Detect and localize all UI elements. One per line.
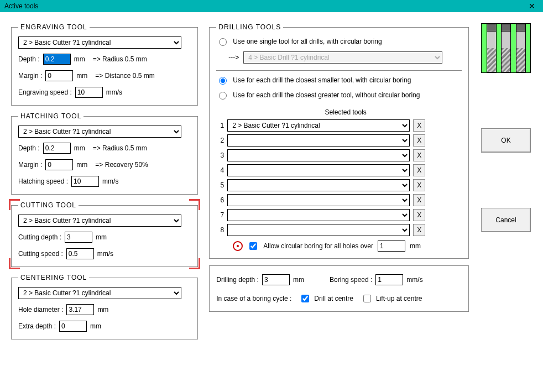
selected-tool-row: 4X	[216, 164, 462, 176]
hatching-margin-label: Margin :	[18, 161, 42, 169]
selected-tool-select-1[interactable]: 2 > Basic Cutter ?1 cylindrical	[227, 119, 410, 132]
lift-up-label: Lift-up at centre	[376, 295, 422, 302]
cutting-legend: CUTTING TOOL	[18, 201, 79, 209]
selected-tool-select-2[interactable]	[227, 134, 410, 147]
selected-tool-row: 12 > Basic Cutter ?1 cylindricalX	[216, 119, 462, 132]
row-number: 2	[216, 137, 224, 144]
selected-tool-row: 2X	[216, 134, 462, 147]
drilling-option-smaller-radio[interactable]	[219, 77, 227, 85]
unit-label: mm/s	[106, 88, 122, 96]
drilling-single-tool-select: 4 > Basic Drill ?1 cylindrical	[243, 51, 442, 64]
clear-tool-button-8[interactable]: X	[413, 224, 425, 236]
clear-tool-button-2[interactable]: X	[413, 134, 425, 147]
row-number: 4	[216, 166, 224, 174]
selected-tool-row: 7X	[216, 209, 462, 221]
clear-tool-button-3[interactable]: X	[413, 149, 425, 161]
ok-button[interactable]: OK	[481, 128, 531, 153]
cutting-depth-input[interactable]	[65, 232, 92, 243]
row-number: 3	[216, 151, 224, 159]
engraving-tool-select[interactable]: 2 > Basic Cutter ?1 cylindrical	[18, 36, 181, 49]
unit-label: mm	[410, 242, 421, 250]
allow-boring-input[interactable]	[378, 241, 405, 252]
hatching-margin-info: => Recovery 50%	[95, 161, 148, 169]
unit-label: mm/s	[97, 250, 113, 258]
lift-up-checkbox[interactable]	[363, 295, 371, 302]
hatching-depth-input[interactable]	[43, 143, 71, 154]
row-number: 1	[216, 122, 224, 129]
selected-tool-select-6[interactable]	[227, 194, 410, 206]
cutting-depth-label: Cutting depth :	[18, 233, 61, 241]
clear-tool-button-5[interactable]: X	[413, 179, 425, 191]
clear-tool-button-7[interactable]: X	[413, 209, 425, 221]
selected-tools-header: Selected tools	[229, 108, 462, 116]
drilling-group: DRILLING TOOLS Use one single tool for a…	[209, 23, 469, 259]
drilling-params-group: Drilling depth : mm Boring speed : mm/s …	[209, 265, 469, 312]
selected-tool-select-4[interactable]	[227, 164, 410, 176]
drill-at-centre-checkbox[interactable]	[301, 295, 309, 302]
drill-at-centre-label: Drill at centre	[314, 295, 353, 302]
hatching-speed-label: Hatching speed :	[18, 177, 68, 185]
engraving-speed-input[interactable]	[75, 87, 103, 98]
drill-bits-icon	[481, 23, 531, 73]
engraving-depth-input[interactable]	[43, 54, 71, 65]
unit-label: mm	[96, 233, 107, 241]
centering-group: CENTERING TOOL 2 > Basic Cutter ?1 cylin…	[11, 274, 198, 339]
selected-tool-select-8[interactable]	[227, 224, 410, 236]
drilling-option-single-label: Use one single tool for all drills, with…	[233, 38, 382, 45]
window-title: Active tools	[4, 2, 38, 10]
drilling-legend: DRILLING TOOLS	[216, 23, 283, 31]
hatching-margin-input[interactable]	[45, 159, 73, 170]
cutting-tool-select[interactable]: 2 > Basic Cutter ?1 cylindrical	[18, 215, 181, 227]
hatching-speed-input[interactable]	[71, 176, 99, 187]
engraving-group: ENGRAVING TOOL 2 > Basic Cutter ?1 cylin…	[11, 23, 198, 106]
selected-tool-select-5[interactable]	[227, 179, 410, 191]
clear-tool-button-4[interactable]: X	[413, 164, 425, 176]
selected-tool-row: 5X	[216, 179, 462, 191]
centering-extra-input[interactable]	[59, 321, 87, 332]
drilling-option-single-radio[interactable]	[219, 38, 227, 46]
drilling-depth-input[interactable]	[262, 274, 290, 285]
boring-allowed-icon	[233, 241, 243, 251]
drilling-option-greater-radio[interactable]	[219, 92, 227, 100]
unit-label: mm	[74, 55, 85, 63]
centering-legend: CENTERING TOOL	[18, 274, 89, 281]
engraving-depth-label: Depth :	[18, 55, 40, 63]
engraving-depth-info: => Radius 0.5 mm	[93, 55, 147, 63]
row-number: 7	[216, 211, 224, 219]
titlebar: Active tools ✕	[0, 0, 543, 12]
engraving-margin-info: => Distance 0.5 mm	[95, 72, 154, 80]
engraving-speed-label: Engraving speed :	[18, 88, 72, 96]
row-number: 5	[216, 181, 224, 189]
drilling-depth-label: Drilling depth :	[216, 276, 259, 284]
unit-label: mm	[293, 276, 304, 284]
hatching-depth-label: Depth :	[18, 144, 40, 152]
centering-diameter-label: Hole diameter :	[18, 306, 63, 313]
hatching-tool-select[interactable]: 2 > Basic Cutter ?1 cylindrical	[18, 126, 181, 138]
selected-tool-row: 6X	[216, 194, 462, 206]
hatching-group: HATCHING TOOL 2 > Basic Cutter ?1 cylind…	[11, 112, 198, 195]
selected-tool-row: 8X	[216, 224, 462, 236]
arrow-label: --->	[228, 54, 239, 61]
row-number: 6	[216, 196, 224, 204]
close-icon[interactable]: ✕	[525, 2, 539, 11]
hatching-depth-info: => Radius 0.5 mm	[93, 144, 147, 152]
centering-tool-select[interactable]: 2 > Basic Cutter ?1 cylindrical	[18, 287, 181, 299]
engraving-margin-label: Margin :	[18, 72, 42, 80]
engraving-margin-input[interactable]	[45, 70, 73, 81]
boring-speed-input[interactable]	[375, 274, 403, 285]
cancel-button[interactable]: Cancel	[481, 208, 531, 232]
row-number: 8	[216, 226, 224, 234]
allow-boring-label: Allow circular boring for all holes over	[263, 242, 373, 250]
allow-boring-checkbox[interactable]	[249, 242, 257, 250]
selected-tool-select-7[interactable]	[227, 209, 410, 221]
clear-tool-button-6[interactable]: X	[413, 194, 425, 206]
unit-label: mm	[97, 306, 108, 313]
clear-tool-button-1[interactable]: X	[413, 119, 425, 132]
boring-speed-label: Boring speed :	[330, 276, 372, 284]
selected-tool-select-3[interactable]	[227, 149, 410, 161]
cutting-speed-input[interactable]	[66, 248, 94, 259]
centering-extra-label: Extra depth :	[18, 322, 56, 330]
unit-label: mm	[76, 161, 87, 169]
unit-label: mm	[90, 322, 101, 330]
centering-diameter-input[interactable]	[66, 304, 94, 315]
